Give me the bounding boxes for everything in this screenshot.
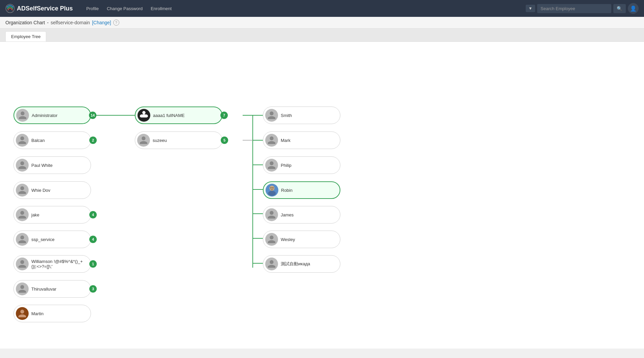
page-title: Organization Chart: [5, 20, 45, 25]
badge-aaaa1: 7: [220, 112, 228, 119]
header: ADSelfService Plus Profile Change Passwo…: [0, 0, 644, 17]
avatar-smith: [265, 109, 278, 122]
emp-node-thiruvalluvar[interactable]: Thiruvalluvar 3: [13, 280, 91, 298]
avatar-williamson: [16, 258, 29, 270]
org-chart: Administrator 14 Balcan 2 Paul White Whi…: [7, 52, 637, 338]
svg-point-14: [271, 187, 272, 188]
search-button[interactable]: 🔍: [613, 4, 626, 13]
subheader: Organization Chart - selfservice-domain …: [0, 17, 644, 29]
avatar-robin: [266, 184, 278, 197]
search-area: ▼ 🔍 👤: [526, 3, 639, 14]
nav-change-password[interactable]: Change Password: [107, 6, 143, 11]
app-logo: ADSelfService Plus: [5, 4, 73, 13]
avatar-jake: [16, 208, 29, 221]
logo-icon: [5, 4, 15, 13]
avatar-paulwhite: [16, 159, 29, 172]
badge-sspservice: 4: [89, 236, 97, 243]
change-domain-link[interactable]: [Change]: [92, 20, 111, 25]
avatar-wesley: [265, 233, 278, 246]
avatar-sspservice: [16, 233, 29, 246]
badge-balcan: 2: [89, 137, 97, 144]
emp-node-admin[interactable]: Administrator 14: [13, 107, 91, 124]
avatar-balcan: [16, 134, 29, 147]
search-dropdown-button[interactable]: ▼: [526, 5, 535, 12]
avatar-thiruvalluvar: [16, 282, 29, 295]
avatar-cjk: [265, 258, 278, 270]
main-nav: Profile Change Password Enrollment: [86, 6, 172, 11]
main-content: Administrator 14 Balcan 2 Paul White Whi…: [0, 42, 644, 349]
badge-williamson: 1: [89, 260, 97, 268]
emp-node-williamson[interactable]: Williamson !@#$%^&*()_+{}|:<>?=[]\;' 1: [13, 255, 91, 273]
emp-name-paulwhite: Paul White: [31, 163, 86, 168]
emp-name-martin: Martin: [31, 311, 86, 316]
emp-node-paulwhite[interactable]: Paul White: [13, 156, 91, 174]
emp-node-philip[interactable]: Philip: [263, 156, 340, 174]
emp-name-admin: Administrator: [32, 113, 86, 118]
logo-text: ADSelfService Plus: [17, 5, 73, 12]
avatar-aaaa1: [137, 109, 150, 122]
emp-name-whiedov: Whie Dov: [31, 188, 86, 193]
tabs-bar: Employee Tree: [0, 29, 644, 42]
nav-enrollment[interactable]: Enrollment: [151, 6, 172, 11]
user-menu-button[interactable]: 👤: [628, 3, 639, 14]
svg-point-13: [268, 191, 276, 196]
emp-name-james: James: [281, 212, 335, 217]
emp-node-whiedov[interactable]: Whie Dov: [13, 181, 91, 199]
emp-node-robin[interactable]: Robin: [263, 181, 340, 199]
domain-name: selfservice-domain: [51, 20, 90, 25]
separator: -: [47, 20, 49, 25]
avatar-suzeeu: [137, 134, 150, 147]
emp-node-balcan[interactable]: Balcan 2: [13, 131, 91, 149]
badge-thiruvalluvar: 3: [89, 285, 97, 293]
emp-node-aaaa1[interactable]: aaaa1 fullNAME 7: [135, 107, 222, 124]
svg-point-15: [272, 187, 273, 188]
emp-name-thiruvalluvar: Thiruvalluvar: [31, 287, 86, 292]
avatar-whiedov: [16, 184, 29, 197]
emp-name-suzeeu: suzeeu: [153, 138, 217, 143]
emp-node-mark[interactable]: Mark: [263, 131, 340, 149]
avatar-martin: [16, 307, 29, 320]
emp-node-martin[interactable]: Martin: [13, 305, 91, 322]
emp-name-cjk: 測試自動икада: [281, 261, 335, 267]
avatar-james: [265, 208, 278, 221]
badge-suzeeu: 5: [221, 137, 228, 144]
emp-node-wesley[interactable]: Wesley: [263, 231, 340, 248]
emp-name-smith: Smith: [281, 113, 335, 118]
emp-name-mark: Mark: [281, 138, 335, 143]
emp-node-sspservice[interactable]: ssp_service 4: [13, 231, 91, 248]
badge-jake: 4: [89, 211, 97, 218]
emp-node-suzeeu[interactable]: suzeeu 5: [135, 131, 222, 149]
tab-employee-tree[interactable]: Employee Tree: [5, 31, 46, 41]
help-icon[interactable]: ?: [113, 20, 119, 26]
emp-name-sspservice: ssp_service: [31, 237, 86, 242]
emp-node-cjk[interactable]: 測試自動икада: [263, 255, 340, 273]
emp-name-balcan: Balcan: [31, 138, 86, 143]
avatar-mark: [265, 134, 278, 147]
emp-name-williamson: Williamson: [31, 259, 53, 264]
emp-name-aaaa1: aaaa1 fullNAME: [153, 113, 217, 118]
avatar-admin: [16, 109, 29, 122]
emp-node-jake[interactable]: jake 4: [13, 206, 91, 223]
badge-admin: 14: [89, 112, 96, 119]
nav-profile[interactable]: Profile: [86, 6, 99, 11]
emp-name-wesley: Wesley: [281, 237, 335, 242]
emp-node-james[interactable]: James: [263, 206, 340, 223]
search-input[interactable]: [537, 4, 611, 13]
emp-name-philip: Philip: [281, 163, 335, 168]
emp-name-robin: Robin: [281, 188, 335, 193]
emp-name-jake: jake: [31, 212, 86, 217]
emp-node-smith[interactable]: Smith: [263, 107, 340, 124]
avatar-philip: [265, 159, 278, 172]
